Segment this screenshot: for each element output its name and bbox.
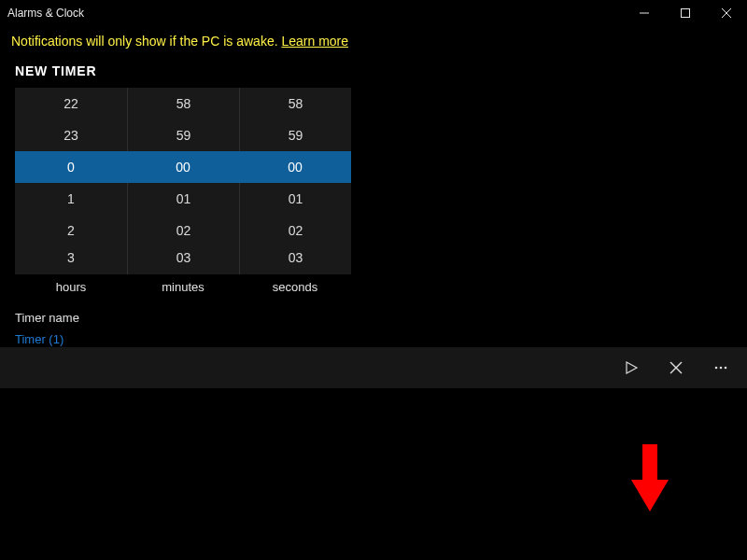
seconds-label: seconds <box>239 280 351 294</box>
picker-option[interactable]: 23 <box>15 119 127 151</box>
title-bar: Alarms & Clock <box>0 0 747 26</box>
section-heading: NEW TIMER <box>15 63 732 78</box>
picker-option[interactable]: 58 <box>240 88 351 119</box>
svg-marker-11 <box>631 480 669 511</box>
picker-option[interactable]: 01 <box>240 183 351 215</box>
svg-point-8 <box>720 367 723 370</box>
time-picker[interactable]: 22 23 1 2 3 58 59 01 02 03 58 59 01 02 0… <box>15 88 351 274</box>
minimize-icon <box>640 8 649 18</box>
svg-point-9 <box>725 367 727 370</box>
picker-option[interactable]: 2 <box>15 215 127 246</box>
timer-name-label: Timer name <box>15 311 732 325</box>
maximize-button[interactable] <box>665 0 706 26</box>
close-icon <box>722 8 731 18</box>
notification-bar: Notifications will only show if the PC i… <box>0 26 747 58</box>
picker-option[interactable]: 3 <box>15 246 127 274</box>
hours-selected[interactable]: 0 <box>15 151 127 183</box>
minutes-selected[interactable]: 00 <box>127 151 239 183</box>
start-button[interactable] <box>609 347 654 388</box>
picker-option[interactable]: 03 <box>240 246 351 274</box>
svg-rect-1 <box>682 9 690 18</box>
minutes-label: minutes <box>127 280 239 294</box>
picker-selection-row: 0 00 00 <box>15 151 351 183</box>
picker-option[interactable]: 01 <box>128 183 239 215</box>
cancel-button[interactable] <box>654 347 698 388</box>
new-timer-panel: NEW TIMER 22 23 1 2 3 58 59 01 02 03 58 … <box>0 58 747 347</box>
play-icon <box>624 360 639 375</box>
command-bar <box>0 347 747 388</box>
svg-rect-10 <box>642 444 657 482</box>
minimize-button[interactable] <box>624 0 665 26</box>
svg-marker-4 <box>627 362 637 373</box>
more-button[interactable] <box>698 347 743 388</box>
timer-name-input[interactable] <box>15 332 351 346</box>
hours-label: hours <box>15 280 127 294</box>
window-controls <box>624 0 747 26</box>
maximize-icon <box>681 8 690 18</box>
picker-option[interactable]: 22 <box>15 88 127 119</box>
cancel-icon <box>669 361 683 374</box>
picker-option[interactable]: 1 <box>15 183 127 215</box>
close-button[interactable] <box>706 0 747 26</box>
picker-option[interactable]: 59 <box>240 119 351 151</box>
picker-option[interactable]: 02 <box>240 215 351 246</box>
notification-text: Notifications will only show if the PC i… <box>11 34 278 49</box>
picker-unit-labels: hours minutes seconds <box>15 280 351 294</box>
seconds-selected[interactable]: 00 <box>239 151 351 183</box>
learn-more-link[interactable]: Learn more <box>281 34 348 49</box>
picker-option[interactable]: 59 <box>128 119 239 151</box>
picker-option[interactable]: 03 <box>128 246 239 274</box>
picker-option[interactable]: 58 <box>128 88 239 119</box>
window-title: Alarms & Clock <box>7 7 84 20</box>
picker-option[interactable]: 02 <box>128 215 239 246</box>
annotation-arrow-icon <box>629 442 670 513</box>
svg-point-7 <box>715 367 718 370</box>
more-icon <box>713 360 728 375</box>
